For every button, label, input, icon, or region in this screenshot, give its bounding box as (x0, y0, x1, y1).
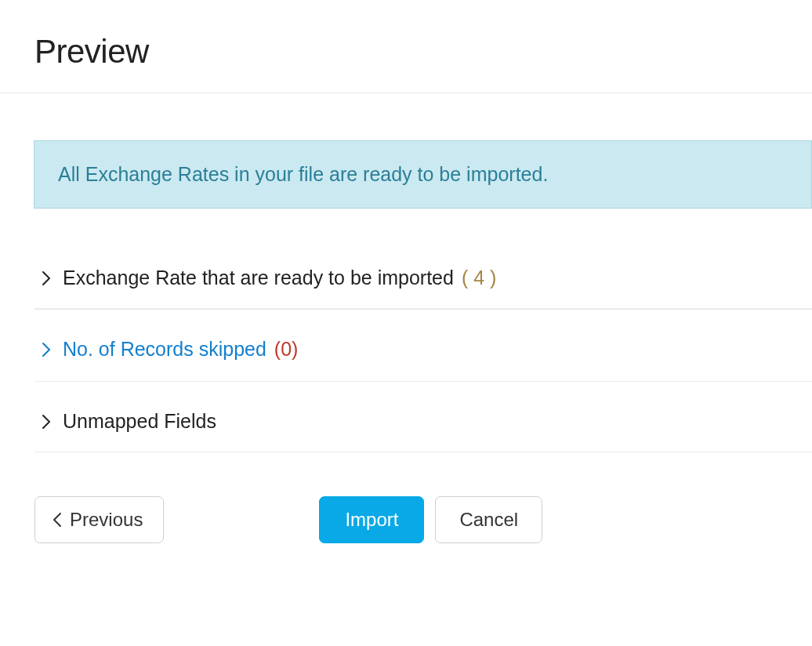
section-records-skipped[interactable]: No. of Records skipped (0) (34, 309, 812, 381)
section-unmapped-label: Unmapped Fields (63, 410, 216, 433)
chevron-left-icon (53, 512, 62, 528)
section-ready-to-import[interactable]: Exchange Rate that are ready to be impor… (34, 248, 812, 309)
previous-button[interactable]: Previous (34, 496, 164, 543)
info-banner: All Exchange Rates in your file are read… (34, 140, 812, 209)
section-skipped-count: (0) (274, 338, 299, 361)
section-unmapped-fields[interactable]: Unmapped Fields (34, 381, 812, 452)
page-title: Preview (34, 33, 812, 71)
previous-button-label: Previous (70, 509, 143, 531)
section-ready-label: Exchange Rate that are ready to be impor… (63, 267, 454, 289)
chevron-right-icon (41, 413, 52, 430)
cancel-button-label: Cancel (459, 509, 518, 531)
chevron-right-icon (41, 270, 52, 287)
cancel-button[interactable]: Cancel (435, 496, 542, 543)
import-button-label: Import (345, 509, 398, 531)
section-skipped-label: No. of Records skipped (63, 338, 266, 361)
info-banner-text: All Exchange Rates in your file are read… (58, 163, 548, 185)
import-button[interactable]: Import (319, 496, 424, 543)
chevron-right-icon (41, 341, 52, 358)
section-ready-count: ( 4 ) (462, 267, 496, 289)
